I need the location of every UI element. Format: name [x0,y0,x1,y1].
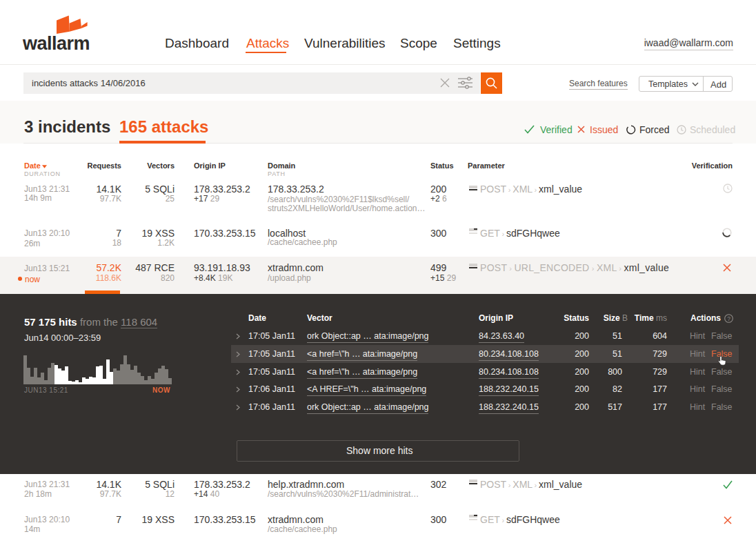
svg-text:?: ? [727,315,730,322]
